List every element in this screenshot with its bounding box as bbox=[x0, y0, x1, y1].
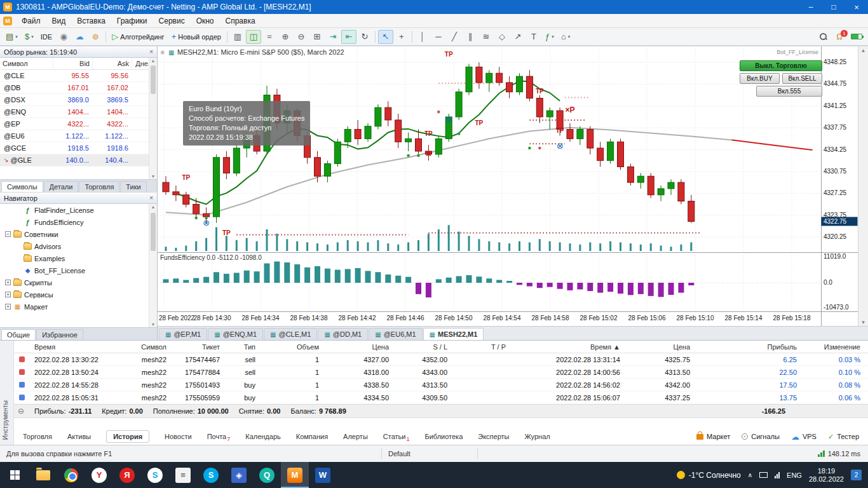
tab-Библиотека[interactable]: Библиотека bbox=[424, 433, 463, 440]
cursor-button[interactable]: ↖ bbox=[378, 30, 393, 44]
table-row[interactable]: 2022.02.28 13:30:22mesh22175474467sell14… bbox=[14, 353, 868, 366]
qfinder-taskbar-button[interactable]: Q bbox=[253, 462, 281, 488]
menu-item-Окно[interactable]: Окно bbox=[191, 15, 220, 27]
chart-bars-button[interactable]: ▥ bbox=[230, 30, 245, 44]
start-button[interactable] bbox=[0, 462, 29, 488]
navigator-item-Examples[interactable]: Examples bbox=[0, 252, 157, 264]
scroll-up-icon[interactable]: ▲ bbox=[149, 205, 157, 209]
tab-Активы[interactable]: Активы bbox=[67, 433, 91, 440]
algo-robot-button[interactable]: ◉ bbox=[56, 30, 71, 44]
trade-toggle-button[interactable]: Выкл. Торговлю bbox=[740, 60, 822, 71]
connection-status[interactable]: 148.12 ms bbox=[818, 450, 868, 458]
тестер-button[interactable]: ✓Тестер bbox=[828, 433, 859, 441]
shift-end-button[interactable]: ⇥ bbox=[325, 30, 341, 44]
chart-tab-@ENQ,M1[interactable]: ▦@ENQ,M1 bbox=[208, 328, 263, 340]
objects-button[interactable]: ⌂▾ bbox=[558, 30, 573, 44]
navigator-item-Маркет[interactable]: +▦Маркет bbox=[0, 301, 157, 313]
metaeditor-button[interactable]: IDE bbox=[37, 30, 55, 44]
close-icon[interactable]: × bbox=[149, 194, 153, 201]
column-header-Тикет[interactable]: Тикет bbox=[174, 343, 227, 351]
navigator-item-Bot_FF_License[interactable]: ◆Bot_FF_License bbox=[0, 264, 157, 276]
column-header-Цена[interactable]: Цена bbox=[628, 343, 698, 351]
tab-Торговля[interactable]: Торговля bbox=[23, 433, 52, 440]
table-row[interactable]: 2022.02.28 15:05:31mesh22175505959buy143… bbox=[14, 391, 868, 404]
tile-windows-button[interactable]: ⊞ bbox=[309, 30, 325, 44]
enable-buy-button[interactable]: Вкл.BUY bbox=[740, 73, 780, 84]
column-header-Ask[interactable]: Ask bbox=[93, 58, 132, 69]
skype-taskbar-button[interactable]: S bbox=[141, 462, 169, 488]
chart-tab-@EU6,M1[interactable]: ▦@EU6,M1 bbox=[369, 328, 422, 340]
arrows-button[interactable]: ↗ bbox=[510, 30, 526, 44]
word-taskbar-button[interactable]: W bbox=[309, 462, 337, 488]
text-label-button[interactable]: T bbox=[526, 30, 541, 44]
tab-Почта[interactable]: Почта7 bbox=[207, 433, 231, 440]
chart-tab-@CLE,M1[interactable]: ▦@CLE,M1 bbox=[264, 328, 317, 340]
metatrader-taskbar-button[interactable]: M bbox=[281, 462, 309, 488]
market-watch-row[interactable]: ↘@GLE140.0...140.4... bbox=[0, 154, 157, 166]
community-button[interactable]: ⊚ bbox=[88, 30, 103, 44]
market-watch-column-headers[interactable]: СимволBidAskДне... bbox=[0, 58, 157, 70]
table-row[interactable]: 2022.02.28 14:55:28mesh22175501493buy143… bbox=[14, 379, 868, 391]
chart-tab-@EP,M1[interactable]: ▦@EP,M1 bbox=[159, 328, 207, 340]
column-header-Символ[interactable]: Символ bbox=[113, 343, 174, 351]
history-column-headers[interactable]: ВремяСимволТикетТипОбъемЦенаS / LT / PВр… bbox=[14, 341, 868, 353]
table-row[interactable]: 2022.02.28 13:50:24mesh22175477884sell14… bbox=[14, 366, 868, 379]
navigator-scrollbar[interactable]: ▲ ▼ bbox=[149, 204, 157, 327]
network-icon[interactable] bbox=[775, 472, 780, 478]
market-watch-row[interactable]: @CLE95.5595.56 bbox=[0, 70, 157, 82]
algo-trading-button[interactable]: ▷Алготрейдинг bbox=[109, 30, 167, 44]
trendline-button[interactable]: ╱ bbox=[447, 30, 462, 44]
tab-Детали[interactable]: Детали bbox=[44, 181, 79, 192]
file-explorer-taskbar-button[interactable] bbox=[29, 462, 57, 488]
chart-window[interactable]: TPTPTPTPTPTPTP×P×⊗⊗⊗4348.254344.754341.2… bbox=[158, 46, 868, 326]
connection-button[interactable] bbox=[848, 30, 865, 44]
language-indicator[interactable]: ENG bbox=[787, 471, 802, 479]
navigator-item-Сервисы[interactable]: +Сервисы bbox=[0, 288, 157, 301]
display-icon[interactable] bbox=[759, 472, 768, 478]
notifications-button[interactable]: Ω1 bbox=[832, 30, 847, 44]
menu-item-Вставка[interactable]: Вставка bbox=[71, 15, 111, 27]
market-watch-row[interactable]: @GCE1918.51918.6 bbox=[0, 142, 157, 154]
column-header-S / L[interactable]: S / L bbox=[397, 343, 455, 351]
chart-scrollbar[interactable]: ▲ ▼ bbox=[858, 46, 868, 327]
chart-line-button[interactable]: ≈ bbox=[262, 30, 277, 44]
weather-widget[interactable]: -1°C Солнечно bbox=[677, 471, 741, 480]
enable-sell-button[interactable]: Вкл.SELL bbox=[782, 73, 822, 84]
tab-Алерты[interactable]: Алерты bbox=[343, 433, 368, 440]
channel-button[interactable]: ∥ bbox=[463, 30, 478, 44]
chart-tab-@DD,M1[interactable]: ▦@DD,M1 bbox=[318, 328, 368, 340]
chart-candles-button[interactable]: ◫ bbox=[246, 30, 261, 44]
chrome-taskbar-button[interactable] bbox=[57, 462, 85, 488]
menu-item-Сервис[interactable]: Сервис bbox=[153, 15, 191, 27]
fibonacci-button[interactable]: ≋ bbox=[478, 30, 494, 44]
new-order-button[interactable]: +Новый ордер bbox=[168, 30, 224, 44]
scroll-down-icon[interactable]: ▼ bbox=[149, 174, 157, 179]
skype-app-taskbar-button[interactable]: S bbox=[197, 462, 225, 488]
column-header-Объем[interactable]: Объем bbox=[263, 343, 327, 351]
new-chart-button[interactable]: ▤▾ bbox=[3, 30, 21, 44]
market-watch-row[interactable]: @DSX3869.03869.5 bbox=[0, 94, 157, 106]
tab-Календарь[interactable]: Календарь bbox=[245, 433, 281, 440]
chart-shift-button[interactable]: ⇤ bbox=[341, 30, 356, 44]
zoom-in-button[interactable]: ⊕ bbox=[278, 30, 293, 44]
scroll-thumb[interactable] bbox=[151, 213, 156, 251]
column-header-Цена[interactable]: Цена bbox=[327, 343, 397, 351]
column-header-Bid[interactable]: Bid bbox=[53, 58, 93, 69]
notification-center-badge[interactable]: 2 bbox=[851, 470, 862, 480]
minimize-button[interactable]: – bbox=[799, 0, 822, 14]
expand-plus-icon[interactable]: + bbox=[5, 292, 11, 297]
tab-Эксперты[interactable]: Эксперты bbox=[478, 433, 509, 440]
tab-Символы[interactable]: Символы bbox=[1, 181, 43, 192]
tab-Журнал[interactable]: Журнал bbox=[525, 433, 550, 440]
column-header-Изменение[interactable]: Изменение bbox=[804, 343, 868, 351]
column-header-Тип[interactable]: Тип bbox=[227, 343, 263, 351]
scroll-down-icon[interactable]: ▼ bbox=[149, 322, 157, 327]
column-header-T / P[interactable]: T / P bbox=[455, 343, 513, 351]
tab-Избранное[interactable]: Избранное bbox=[36, 329, 83, 340]
status-profile[interactable]: Default bbox=[382, 450, 477, 458]
menu-item-Графики[interactable]: Графики bbox=[111, 15, 153, 27]
tab-Новости[interactable]: Новости bbox=[165, 433, 192, 440]
close-button[interactable]: × bbox=[845, 0, 868, 14]
player-taskbar-button[interactable]: ◈ bbox=[225, 462, 253, 488]
market-watch-row[interactable]: @EP4322...4322... bbox=[0, 118, 157, 130]
